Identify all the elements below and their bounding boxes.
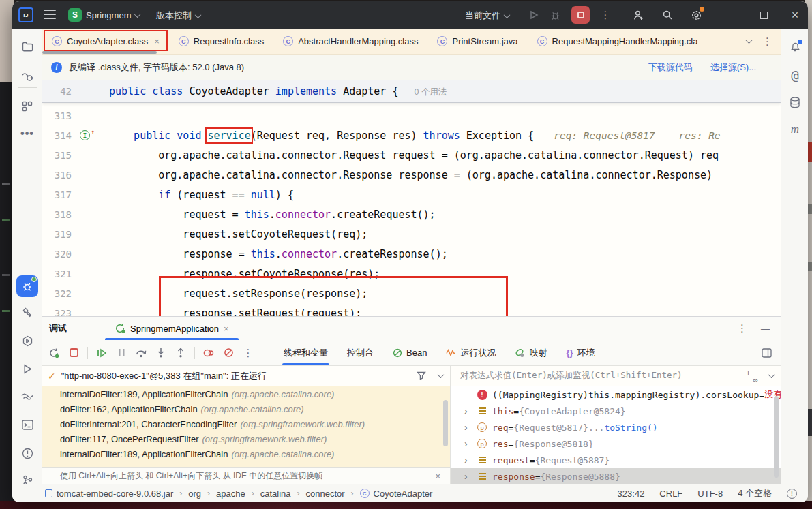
stack-frame-row[interactable]: internalDoFilter:189, ApplicationFilterC…: [42, 386, 450, 401]
debug-tab-Bean[interactable]: Bean: [391, 340, 428, 365]
structure-icon[interactable]: [19, 98, 35, 114]
project-selector[interactable]: S Springmem: [68, 8, 140, 22]
project-folder-icon[interactable]: [19, 38, 35, 55]
build-hammer-icon[interactable]: [19, 304, 35, 320]
editor-tab[interactable]: CRequestMappingHandlerMapping.cla: [528, 29, 700, 54]
thread-dropdown-chevron-icon[interactable]: [438, 371, 445, 378]
close-icon[interactable]: ×: [435, 471, 450, 481]
variable-row[interactable]: ›preq = {Request@5817} ... toString(): [451, 419, 781, 435]
toolbar-more-icon[interactable]: ⋮: [242, 347, 254, 359]
close-icon[interactable]: ×: [154, 36, 160, 46]
settings-gear-icon[interactable]: [689, 8, 703, 22]
tab-options-icon[interactable]: ⋮: [762, 35, 772, 48]
view-breakpoints-icon[interactable]: [202, 347, 215, 359]
step-out-icon[interactable]: [175, 347, 187, 359]
breadcrumb-item[interactable]: connector: [306, 489, 345, 499]
watch-error-row[interactable]: !((MappingRegistry)this.mappingRegistry)…: [451, 386, 781, 403]
expand-chevron-icon[interactable]: ›: [464, 438, 477, 449]
layout-settings-icon[interactable]: [760, 347, 772, 359]
variable-row[interactable]: ›pres = {Response@5818}: [451, 435, 781, 452]
breadcrumb-item[interactable]: org: [188, 489, 201, 499]
stack-frame-row[interactable]: doFilter:162, ApplicationFilterChain(org…: [42, 401, 450, 416]
notifications-bell-icon[interactable]: [787, 38, 803, 55]
intellij-logo-icon[interactable]: IJ: [18, 7, 33, 22]
debug-tab-环境[interactable]: {}环境: [565, 340, 596, 365]
breadcrumb-item[interactable]: tomcat-embed-core-9.0.68.jar: [45, 489, 173, 499]
hide-panel-icon[interactable]: —: [761, 324, 770, 334]
hamburger-menu-icon[interactable]: [44, 10, 56, 19]
pause-icon[interactable]: [115, 347, 127, 359]
breadcrumb-item[interactable]: catalina: [260, 489, 291, 499]
editor-tab[interactable]: CAbstractHandlerMapping.class: [273, 29, 427, 54]
debug-tool-window-button[interactable]: [16, 275, 38, 297]
close-icon[interactable]: ×: [224, 324, 229, 334]
expand-chevron-icon[interactable]: ›: [464, 471, 477, 482]
variables-scrollbar[interactable]: [774, 396, 779, 478]
file-encoding[interactable]: UTF-8: [697, 489, 723, 499]
ai-assistant-icon[interactable]: @: [787, 67, 803, 83]
evaluate-expression-input[interactable]: 对表达式求值(Enter)或添加监视(Ctrl+Shift+Enter) +∞: [451, 366, 781, 386]
run-tool-icon[interactable]: [19, 360, 35, 377]
debug-tab-运行状况[interactable]: 运行状况: [445, 340, 497, 365]
vcs-menu[interactable]: 版本控制: [156, 10, 200, 22]
debug-session-tab[interactable]: SpringmemApplication ×: [108, 317, 236, 340]
variable-row[interactable]: ›response = {Response@5888}: [451, 468, 781, 484]
download-sources-link[interactable]: 下载源代码: [648, 61, 693, 74]
stack-frame-row[interactable]: internalDoFilter:189, ApplicationFilterC…: [42, 446, 450, 461]
editor-tab[interactable]: CCoyoteAdapter.class×: [42, 29, 169, 54]
rerun-debug-icon[interactable]: [48, 347, 60, 359]
debug-options-icon[interactable]: ⋮: [737, 322, 747, 335]
expand-chevron-icon[interactable]: ›: [464, 422, 477, 433]
variable-row[interactable]: ›request = {Request@5887}: [451, 452, 781, 468]
database-icon[interactable]: [787, 94, 803, 110]
choose-sources-link[interactable]: 选择源(S)...: [710, 61, 756, 74]
overrides-method-gutter-icon[interactable]: I↑: [80, 130, 90, 140]
expand-chevron-icon[interactable]: ›: [464, 454, 477, 465]
code-editor[interactable]: 42 public class CoyoteAdapter implements…: [42, 80, 781, 316]
add-watch-icon[interactable]: +∞: [746, 371, 758, 382]
step-into-icon[interactable]: [155, 347, 167, 359]
variable-row[interactable]: ›this = {CoyoteAdapter@5824}: [451, 403, 781, 419]
more-actions-icon[interactable]: ⋮: [599, 8, 612, 22]
search-icon[interactable]: [661, 8, 674, 22]
debug-tab-映射[interactable]: 映射: [513, 340, 548, 365]
stop-icon[interactable]: [67, 347, 80, 359]
debug-button[interactable]: [548, 8, 562, 22]
close-button[interactable]: ×: [787, 7, 803, 23]
stack-frame-row[interactable]: doFilter:117, OncePerRequestFilter(org.s…: [42, 431, 450, 446]
debug-tab-线程和变量[interactable]: 线程和变量: [282, 340, 329, 365]
step-over-icon[interactable]: [135, 347, 147, 359]
breadcrumb-item[interactable]: CCoyoteAdapter: [360, 489, 433, 499]
more-tools-icon[interactable]: •••: [19, 125, 35, 142]
expand-chevron-icon[interactable]: ›: [464, 405, 477, 416]
editor-tab[interactable]: CPrintStream.java: [427, 29, 527, 54]
tab-list-chevron-icon[interactable]: [746, 37, 753, 44]
minimize-button[interactable]: ─: [721, 7, 738, 23]
status-info-icon[interactable]: !: [787, 489, 797, 499]
caret-position[interactable]: 323:42: [618, 489, 645, 499]
editor-tab[interactable]: CRequestInfo.class: [169, 29, 273, 54]
frames-scrollbar[interactable]: [443, 400, 448, 446]
mute-breakpoints-icon[interactable]: [222, 347, 235, 359]
debug-tab-控制台[interactable]: 控制台: [346, 340, 375, 365]
terminal-icon[interactable]: [19, 416, 35, 433]
run-configuration-selector[interactable]: 当前文件: [465, 10, 509, 22]
add-user-icon[interactable]: [631, 8, 645, 22]
watch-chevron-icon[interactable]: [768, 371, 775, 378]
indent-setting[interactable]: 4 个空格: [738, 487, 772, 499]
maven-icon[interactable]: m: [787, 121, 803, 138]
squiggle-question-icon[interactable]: ?: [19, 68, 35, 84]
filter-funnel-icon[interactable]: [417, 371, 426, 380]
problems-icon[interactable]: [19, 445, 35, 461]
tab-scrollbar-thumb[interactable]: [42, 51, 157, 54]
run-button[interactable]: [527, 8, 541, 22]
thread-selector[interactable]: ✓ "http-nio-8080-exec-1"@5,383 在组"main":…: [42, 366, 450, 386]
waves-icon[interactable]: [19, 388, 35, 405]
tostring-link[interactable]: toString(): [604, 422, 657, 433]
stop-button[interactable]: [571, 6, 590, 24]
services-icon[interactable]: [19, 333, 35, 349]
stack-frame-row[interactable]: doFilterInternal:201, CharacterEncodingF…: [42, 416, 450, 431]
maximize-button[interactable]: [755, 7, 772, 23]
breadcrumb-item[interactable]: apache: [216, 489, 245, 499]
resume-icon[interactable]: [95, 347, 108, 359]
